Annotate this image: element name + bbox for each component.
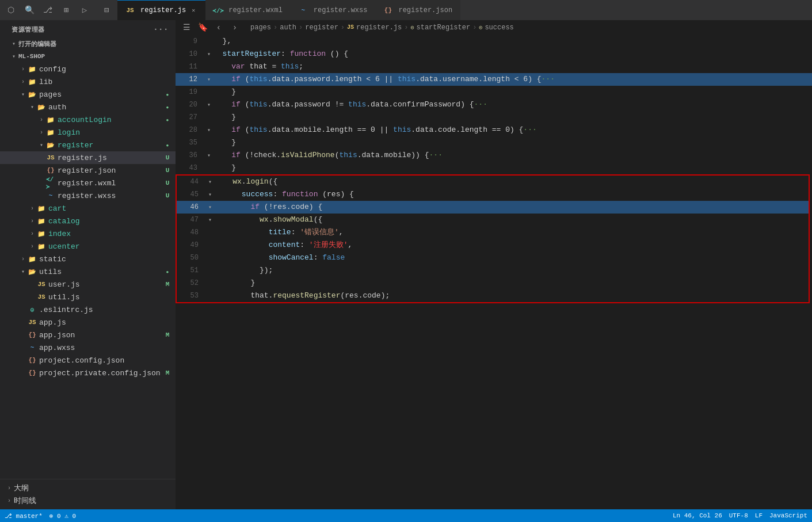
debug-icon[interactable]: ▷ bbox=[78, 4, 91, 17]
sidebar-item-pages[interactable]: 📂 pages ● bbox=[0, 88, 176, 101]
fold-36[interactable]: ▾ bbox=[204, 149, 214, 162]
sidebar-item-register-wxss[interactable]: ~ register.wxss U bbox=[0, 189, 176, 202]
status-right: Ln 46, Col 26 UTF-8 LF JavaScript bbox=[673, 512, 807, 519]
register-wxss-icon: ~ bbox=[46, 191, 55, 200]
sidebar-item-userjs[interactable]: JS user.js M bbox=[0, 278, 176, 291]
tab-register-json[interactable]: {} register.json bbox=[375, 0, 460, 20]
forward-icon[interactable]: › bbox=[228, 21, 241, 34]
fold-48[interactable] bbox=[205, 226, 215, 239]
line-num-50: 50 bbox=[177, 252, 205, 264]
utils-folder-icon: 📂 bbox=[28, 267, 37, 276]
fold-35[interactable] bbox=[204, 136, 214, 149]
eslintrc-label: .eslintrc.js bbox=[39, 306, 176, 314]
code-text-43: } bbox=[214, 162, 812, 174]
sidebar-item-projectprivate[interactable]: {} project.private.config.json M bbox=[0, 367, 176, 379]
sidebar-item-appjson[interactable]: {} app.json M bbox=[0, 329, 176, 341]
fold-20[interactable]: ▾ bbox=[204, 98, 214, 111]
fold-9[interactable] bbox=[204, 35, 214, 48]
sidebar-item-utils[interactable]: 📂 utils ● bbox=[0, 265, 176, 278]
sidebar-section-mlshop[interactable]: ML-SHOP bbox=[0, 50, 176, 63]
sidebar-bottom-timeline[interactable]: 时间线 bbox=[0, 494, 176, 507]
index-arrow bbox=[28, 229, 37, 238]
status-branch[interactable]: ⎇ master* bbox=[5, 512, 43, 520]
tab-register-wxml[interactable]: ≺/≻ register.wxml bbox=[205, 0, 291, 20]
fold-46[interactable]: ▾ bbox=[205, 201, 215, 214]
appwxss-icon: ~ bbox=[28, 343, 37, 352]
sidebar-item-cart[interactable]: 📁 cart bbox=[0, 202, 176, 215]
fold-19[interactable] bbox=[204, 86, 214, 98]
sidebar-item-eslintrc[interactable]: ⊙ .eslintrc.js bbox=[0, 303, 176, 316]
fold-49[interactable] bbox=[205, 239, 215, 252]
line-num-12: 12 bbox=[176, 73, 204, 86]
sidebar-bottom-outline[interactable]: 大纲 bbox=[0, 482, 176, 494]
line-num-47: 47 bbox=[177, 214, 205, 226]
sidebar-item-lib[interactable]: 📁 lib bbox=[0, 75, 176, 88]
fold-47[interactable]: ▾ bbox=[205, 214, 215, 226]
appjson-icon: {} bbox=[28, 330, 37, 340]
cart-arrow bbox=[28, 204, 37, 213]
files-icon[interactable]: ⬡ bbox=[5, 4, 17, 17]
fold-43[interactable] bbox=[204, 162, 214, 174]
fold-50[interactable] bbox=[205, 252, 215, 264]
split-editor-icon[interactable]: ⊟ bbox=[100, 4, 113, 17]
open-editors-label: 打开的编辑器 bbox=[18, 40, 176, 48]
catalog-folder-icon: 📁 bbox=[37, 216, 46, 226]
fold-53[interactable] bbox=[205, 289, 215, 302]
sidebar-item-appjs[interactable]: JS app.js bbox=[0, 316, 176, 329]
sidebar-item-utiljs[interactable]: JS util.js bbox=[0, 291, 176, 303]
fold-51[interactable] bbox=[205, 264, 215, 277]
code-line-49: 49 content: '注册失败', bbox=[177, 239, 809, 252]
extensions-icon[interactable]: ⊞ bbox=[60, 4, 73, 17]
register-folder-icon: 📂 bbox=[46, 140, 55, 150]
auth-label: auth bbox=[48, 103, 164, 112]
breadcrumb: pages › auth › register › JS register.js… bbox=[246, 20, 812, 35]
sidebar-more-icon[interactable]: ··· bbox=[153, 25, 169, 34]
sidebar-item-login[interactable]: 📁 login bbox=[0, 126, 176, 139]
status-encoding[interactable]: UTF-8 bbox=[729, 512, 748, 519]
sidebar-item-projectconfig[interactable]: {} project.config.json bbox=[0, 354, 176, 367]
pages-arrow bbox=[18, 90, 28, 99]
sidebar-item-auth[interactable]: 📂 auth ● bbox=[0, 101, 176, 113]
timeline-arrow bbox=[5, 496, 14, 505]
sidebar-item-catalog[interactable]: 📁 catalog bbox=[0, 215, 176, 227]
status-eol[interactable]: LF bbox=[755, 512, 763, 519]
search-icon[interactable]: 🔍 bbox=[23, 4, 36, 17]
sidebar-item-register-js[interactable]: JS register.js U bbox=[0, 151, 176, 164]
sidebar-item-register-wxml[interactable]: ≺/≻ register.wxml U bbox=[0, 177, 176, 189]
tab-register-wxss[interactable]: ~ register.wxss bbox=[291, 0, 376, 20]
sidebar-item-register-json[interactable]: {} register.json U bbox=[0, 164, 176, 177]
fold-10[interactable]: ▾ bbox=[204, 48, 214, 60]
status-errors[interactable]: ⊗ 0 ⚠ 0 bbox=[49, 512, 76, 520]
code-editor[interactable]: 9 }, 10 ▾ startRegister: function () { 1… bbox=[176, 35, 812, 509]
status-language[interactable]: JavaScript bbox=[769, 512, 807, 519]
fold-52[interactable] bbox=[205, 277, 215, 289]
red-bordered-section: 44 ▾ wx.login({ 45 ▾ success: function (… bbox=[176, 174, 810, 303]
back-icon[interactable]: ‹ bbox=[212, 21, 225, 34]
sidebar-item-ucenter[interactable]: 📁 ucenter bbox=[0, 240, 176, 253]
tab-register-js[interactable]: JS register.js ✕ bbox=[117, 0, 205, 20]
sidebar-item-register[interactable]: 📂 register ● bbox=[0, 139, 176, 151]
register-json-label: register.json bbox=[58, 166, 164, 175]
sidebar-item-static[interactable]: 📁 static bbox=[0, 253, 176, 265]
source-control-icon[interactable]: ⎇ bbox=[41, 4, 54, 17]
sidebar-item-index[interactable]: 📁 index bbox=[0, 227, 176, 240]
fold-11[interactable] bbox=[204, 60, 214, 73]
register-wxml-label: register.wxml bbox=[58, 179, 164, 188]
sidebar-item-config[interactable]: 📁 config bbox=[0, 63, 176, 75]
fold-12[interactable]: ▾ bbox=[204, 73, 214, 86]
fold-27[interactable] bbox=[204, 111, 214, 124]
bookmark-icon[interactable]: 🔖 bbox=[196, 21, 209, 34]
index-label: index bbox=[48, 230, 176, 238]
tab-close-button[interactable]: ✕ bbox=[189, 6, 197, 14]
fold-44[interactable]: ▾ bbox=[205, 176, 215, 188]
sidebar-section-open-editors[interactable]: 打开的编辑器 bbox=[0, 37, 176, 50]
fold-28[interactable]: ▾ bbox=[204, 124, 214, 136]
sidebar-item-accountlogin[interactable]: 📁 accountLogin ● bbox=[0, 113, 176, 126]
fold-45[interactable]: ▾ bbox=[205, 188, 215, 201]
list-icon[interactable]: ☰ bbox=[180, 21, 193, 34]
status-position[interactable]: Ln 46, Col 26 bbox=[673, 512, 722, 519]
cart-folder-icon: 📁 bbox=[37, 204, 46, 213]
projectprivate-icon: {} bbox=[28, 368, 37, 378]
title-bar: ⬡ 🔍 ⎇ ⊞ ▷ ⊟ JS register.js ✕ ≺/≻ registe… bbox=[0, 0, 812, 20]
sidebar-item-appwxss[interactable]: ~ app.wxss bbox=[0, 341, 176, 354]
